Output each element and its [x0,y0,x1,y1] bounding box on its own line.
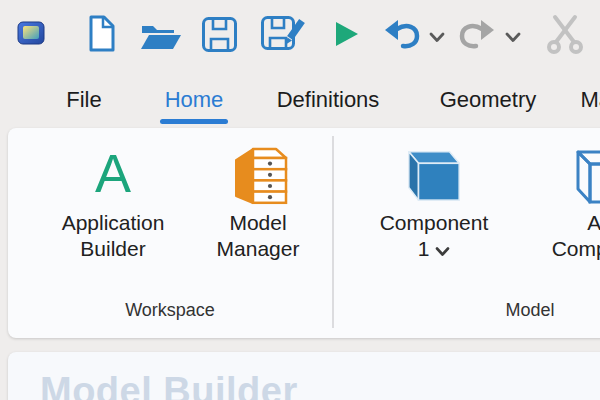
component-1-button[interactable]: Component 1 [364,138,504,262]
run-icon[interactable] [331,19,361,49]
new-file-icon[interactable] [84,15,118,53]
add-component-icon [574,138,600,208]
component-1-text: Component 1 [380,211,489,260]
open-file-icon[interactable] [140,19,182,52]
application-builder-button[interactable]: A Application Builder [42,138,184,262]
redo-dropdown-icon[interactable] [505,31,521,43]
application-builder-label: Application Builder [53,210,173,262]
tab-geometry[interactable]: Geometry [426,78,550,122]
app-logo-icon[interactable] [17,21,45,45]
tab-home[interactable]: Home [156,78,232,122]
add-component-button[interactable]: Add Component [536,138,600,288]
cut-icon[interactable] [543,13,587,55]
undo-icon[interactable] [383,18,421,50]
save-icon[interactable] [201,16,238,53]
component-1-label: Component 1 [372,210,496,262]
redo-icon[interactable] [458,18,496,50]
tab-materials[interactable]: Materials [560,78,600,122]
save-as-icon[interactable] [260,14,306,55]
component-dropdown-icon[interactable] [435,246,450,257]
component-cube-icon [403,138,465,208]
tab-file[interactable]: File [56,78,112,122]
model-group-label: Model [340,300,600,321]
ribbon-home-panel: A Application Builder Model Manager Work… [8,128,600,338]
model-builder-panel: Model Builder [8,352,600,400]
model-manager-button[interactable]: Model Manager [188,138,328,262]
model-builder-title: Model Builder [40,370,298,400]
quick-access-toolbar [0,0,600,70]
undo-dropdown-icon[interactable] [429,31,445,43]
ribbon-group-divider [332,136,334,328]
add-component-text: Add Component [552,211,600,260]
model-manager-label: Model Manager [203,210,313,262]
add-component-label: Add Component [542,210,600,288]
workspace-group-label: Workspace [8,300,332,321]
model-manager-icon [226,138,290,208]
tab-definitions[interactable]: Definitions [262,78,394,122]
application-builder-icon: A [95,138,131,208]
